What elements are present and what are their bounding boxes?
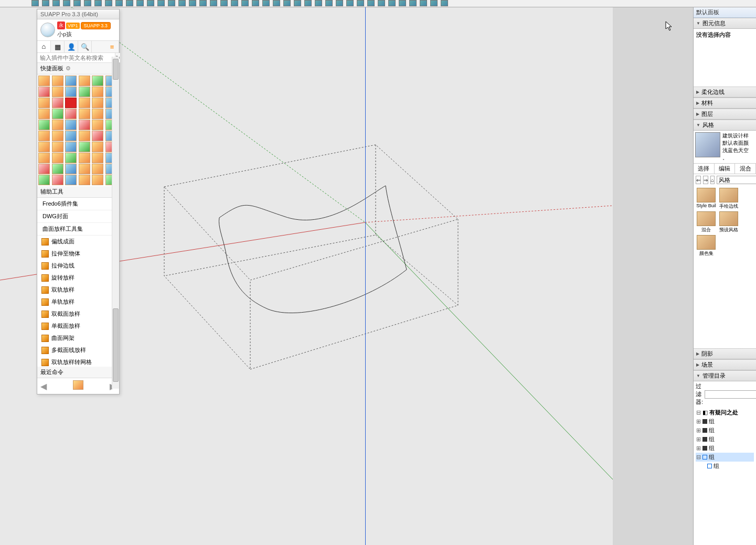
section-scene[interactable]: ▶场景 (694, 359, 756, 370)
tool-grid-button[interactable] (52, 109, 63, 119)
toolbar-icon[interactable] (241, 0, 249, 6)
toolbar-icon[interactable] (52, 0, 60, 6)
tool-list-item[interactable]: 单轨放样 (37, 296, 119, 308)
nav-back-button[interactable]: ⇐ (696, 176, 701, 184)
tool-grid-button[interactable] (52, 131, 63, 141)
chevron-left-icon[interactable]: ◀ (40, 381, 47, 391)
toolbar-icon[interactable] (252, 0, 259, 6)
tool-grid-button[interactable] (52, 153, 63, 163)
section-soften-edges[interactable]: ▶柔化边线 (694, 87, 756, 98)
section-aux-tools[interactable]: 辅助工具 ⌄ (37, 186, 119, 198)
section-materials[interactable]: ▶材料 (694, 98, 756, 109)
tree-node-group-selected[interactable]: ⊟组 (696, 453, 754, 462)
tool-grid-button[interactable] (38, 120, 50, 130)
tool-grid-button[interactable] (65, 142, 77, 152)
tool-grid-button[interactable] (92, 109, 103, 119)
tool-grid-button[interactable] (38, 175, 50, 185)
tool-grid-button[interactable] (65, 120, 77, 130)
tool-grid-button[interactable] (52, 87, 63, 97)
tab-menu[interactable]: ≡ (105, 41, 119, 52)
section-styles[interactable]: ▼风格 (694, 120, 756, 131)
toolbar-icon[interactable] (231, 0, 238, 6)
tree-node-group[interactable]: ⊞组 (696, 444, 754, 453)
style-tab-select[interactable]: 选择 (694, 164, 715, 174)
tool-list-item[interactable]: 双轨放样转网格 (37, 356, 119, 367)
tool-grid-button[interactable] (79, 175, 90, 185)
section-quick-panel[interactable]: 快捷面板 ⚙ ⌄ (37, 63, 119, 74)
tab-user[interactable]: 👤 (65, 41, 78, 52)
expand-icon[interactable]: ⊟ (696, 409, 701, 416)
section-entity-info[interactable]: ▼图元信息 (694, 18, 756, 29)
tool-grid-button[interactable] (65, 76, 77, 86)
tab-search[interactable]: 🔍 (78, 41, 92, 52)
toolbar-icon[interactable] (336, 0, 343, 6)
toolbar-icon[interactable] (304, 0, 312, 6)
tool-grid-button[interactable] (92, 164, 103, 174)
nav-home-button[interactable]: ⌂ (710, 176, 715, 184)
tool-grid-button[interactable] (65, 87, 77, 97)
nav-fwd-button[interactable]: ⇒ (703, 176, 708, 184)
toolbar-icon[interactable] (136, 0, 144, 6)
tool-grid-button[interactable] (38, 87, 50, 97)
toolbar-icon[interactable] (367, 0, 375, 6)
toolbar-icon[interactable] (378, 0, 385, 6)
style-thumb[interactable]: 混合 (696, 211, 717, 233)
tool-grid-button[interactable] (79, 87, 90, 97)
toolbar-icon[interactable] (157, 0, 165, 6)
style-thumb[interactable]: 颜色集 (696, 235, 717, 257)
tool-grid-button[interactable] (65, 98, 77, 108)
toolbar-icon[interactable] (147, 0, 154, 6)
toolbar-icon[interactable] (42, 0, 49, 6)
toolbar-icon[interactable] (178, 0, 186, 6)
toolbar-icon[interactable] (357, 0, 364, 6)
toolbar-icon[interactable] (115, 0, 123, 6)
tool-grid-button[interactable] (79, 76, 90, 86)
section-recent-cmd[interactable]: 最近命令 ⌄ (37, 367, 119, 378)
style-thumb[interactable]: 手绘边线 (718, 188, 739, 210)
tool-grid-button[interactable] (38, 142, 50, 152)
style-thumb[interactable]: Style Buil (696, 188, 717, 210)
toolbar-icon[interactable] (346, 0, 354, 6)
plugin-search-input[interactable] (37, 53, 115, 62)
toolbar-icon[interactable] (409, 0, 417, 6)
section-shadow[interactable]: ▶阴影 (694, 348, 756, 359)
tree-node-group-child[interactable]: 组 (696, 462, 754, 471)
tool-grid-button[interactable] (52, 120, 63, 130)
toolbar-icon[interactable] (94, 0, 102, 6)
toolbar-icon[interactable] (441, 0, 448, 6)
tool-list-item[interactable]: 双轨放样 (37, 284, 119, 296)
suapp-scrollbar[interactable] (112, 57, 119, 389)
tool-grid-button[interactable] (38, 109, 50, 119)
style-tab-mix[interactable]: 混合 (735, 164, 756, 174)
tool-grid-button[interactable] (52, 98, 63, 108)
tab-calendar[interactable]: ▦ (51, 41, 65, 52)
tool-grid-button[interactable] (79, 98, 90, 108)
tool-list-item[interactable]: 拉伸至物体 (37, 248, 119, 260)
toolbar-icon[interactable] (399, 0, 406, 6)
toolbar-icon[interactable] (273, 0, 280, 6)
toolbar-icon[interactable] (220, 0, 228, 6)
tool-grid-button[interactable] (92, 175, 103, 185)
expand-icon[interactable]: ⊞ (696, 436, 701, 443)
toolbar-icon[interactable] (283, 0, 291, 6)
tool-grid-button[interactable] (79, 131, 90, 141)
toolbar-icon[interactable] (63, 0, 70, 6)
toolbar-icon[interactable] (315, 0, 322, 6)
tool-grid-button[interactable] (92, 76, 103, 86)
style-path-input[interactable] (717, 176, 756, 184)
tool-grid-button[interactable] (92, 153, 103, 163)
toolbar-icon[interactable] (262, 0, 270, 6)
expand-icon[interactable]: ⊞ (696, 427, 701, 434)
gear-icon[interactable]: ⚙ (66, 65, 71, 72)
tool-grid-button[interactable] (38, 76, 50, 86)
tool-grid-button[interactable] (38, 153, 50, 163)
user-avatar[interactable] (40, 23, 55, 37)
tree-node-group[interactable]: ⊞组 (696, 426, 754, 435)
tool-grid-button[interactable] (65, 109, 77, 119)
toolbar-icon[interactable] (168, 0, 175, 6)
toolbar-icon[interactable] (210, 0, 217, 6)
tool-grid-button[interactable] (92, 120, 103, 130)
tool-grid-button[interactable] (92, 87, 103, 97)
suapp-titlebar[interactable]: SUAPP Pro 3.3 (64bit) (37, 9, 119, 19)
section-layers[interactable]: ▶图层 (694, 109, 756, 120)
